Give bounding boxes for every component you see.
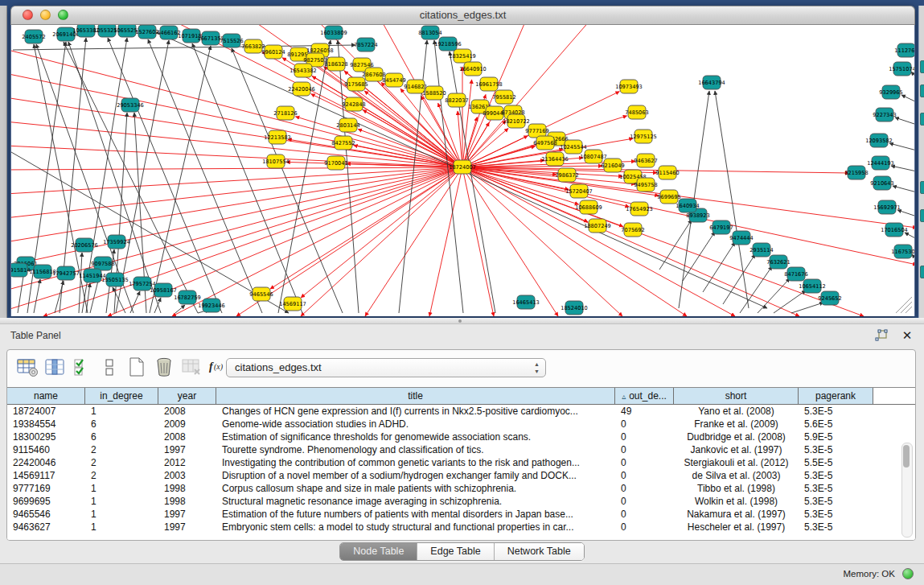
cell-year: 2003 [158, 469, 216, 482]
memory-status-icon [902, 568, 914, 579]
table-row[interactable]: 1938455462009Genome-wide association stu… [7, 418, 915, 431]
cell-name: 9699695 [7, 495, 85, 508]
cell-pagerank: 5.3E-5 [799, 495, 873, 508]
column-header-out_degree[interactable]: ▵out_de... [615, 388, 674, 404]
cell-in_degree: 2 [85, 456, 158, 469]
svg-text:17654923: 17654923 [626, 206, 653, 212]
split-divider[interactable] [0, 318, 924, 324]
table-selector-dropdown[interactable]: citations_edges.txt ▲▼ [226, 358, 546, 377]
table-row[interactable]: 1872400712008Changes of HCN gene express… [7, 405, 915, 418]
cell-pagerank: 5.3E-5 [799, 521, 873, 534]
row-height-icon [103, 357, 116, 381]
cell-in_degree: 2 [85, 443, 158, 456]
svg-text:9827503: 9827503 [303, 57, 326, 64]
network-graph-canvas[interactable]: 7663822896012489129541822605898275038186… [10, 25, 915, 316]
table-row[interactable]: 977716911998Corpus callosum shape and si… [7, 482, 915, 495]
svg-text:9170041: 9170041 [324, 160, 347, 167]
status-bar: Memory: OK [0, 563, 924, 585]
column-header-name[interactable]: name [7, 388, 85, 404]
table-panel: Table Panel ✕ f(x) citations_edges.txt ▲… [0, 318, 924, 563]
svg-text:8427552: 8427552 [331, 140, 355, 146]
tab-network-table[interactable]: Network Table [495, 543, 584, 560]
column-header-title[interactable]: title [216, 388, 615, 404]
cell-out_degree: 0 [615, 521, 674, 534]
cell-name: 22420046 [7, 456, 85, 469]
table-mode-icon [17, 357, 39, 381]
cell-year: 2008 [158, 431, 216, 443]
float-window-icon[interactable] [874, 328, 889, 343]
dropdown-stepper-icon: ▲▼ [534, 360, 540, 375]
background-panel-left [0, 6, 7, 318]
select-columns-button[interactable] [70, 357, 94, 380]
table-mode-button[interactable] [15, 357, 39, 380]
table-selector-value: citations_edges.txt [235, 361, 322, 373]
cell-year: 1997 [158, 508, 216, 521]
column-header-year[interactable]: year [158, 388, 216, 404]
cell-name: 9115460 [7, 443, 85, 456]
tab-node-table[interactable]: Node Table [340, 543, 417, 560]
table-row[interactable]: 946554611997Estimation of the future num… [7, 508, 915, 521]
scrollbar-thumb[interactable] [903, 445, 910, 468]
cell-short: de Silva et al. (2003) [674, 469, 799, 482]
table-row[interactable]: 1830029562008Estimation of significance … [7, 431, 915, 443]
vertical-scrollbar[interactable] [901, 443, 913, 538]
cell-out_degree: 0 [615, 431, 674, 443]
background-window-right [918, 6, 924, 318]
svg-text:2935114: 2935114 [749, 247, 773, 253]
table-row[interactable]: 2242004622012Investigating the contribut… [7, 456, 915, 469]
svg-text:7632621: 7632621 [766, 259, 790, 266]
column-header-pagerank[interactable]: pagerank [799, 388, 873, 404]
svg-text:22420046: 22420046 [288, 86, 315, 93]
svg-text:7485063: 7485063 [625, 109, 648, 116]
cell-out_degree: 0 [615, 443, 674, 456]
cell-year: 1998 [158, 495, 216, 508]
delete-table-icon [181, 357, 203, 381]
table-row[interactable]: 946362711997Embryonic stem cells: a mode… [7, 521, 915, 534]
svg-text:12093582: 12093582 [865, 138, 893, 144]
cell-name: 9465546 [7, 508, 85, 521]
cell-out_degree: 0 [615, 508, 674, 521]
cell-short: Hescheler et al. (1997) [674, 521, 799, 534]
cell-out_degree: 0 [615, 469, 674, 482]
show-column-button[interactable] [43, 357, 67, 380]
svg-text:10654112: 10654112 [799, 283, 826, 290]
neighbor-window-node-fragment [920, 266, 924, 278]
neighbor-window-node-fragment [920, 84, 924, 97]
svg-text:20206576: 20206576 [71, 242, 98, 249]
svg-text:9146821: 9146821 [404, 84, 427, 90]
svg-text:8186328: 8186328 [324, 61, 347, 68]
column-header-in_degree[interactable]: in_degree [85, 388, 158, 404]
cell-in_degree: 6 [85, 418, 158, 431]
create-column-button[interactable] [125, 357, 149, 380]
svg-text:(x): (x) [214, 362, 224, 372]
delete-columns-icon [154, 356, 175, 381]
cell-pagerank: 5.3E-5 [799, 469, 873, 482]
svg-text:8454749: 8454749 [382, 77, 405, 84]
svg-text:10958167: 10958167 [150, 287, 177, 294]
svg-text:7515526: 7515526 [220, 38, 243, 44]
table-row[interactable]: 911546021997Tourette syndrome. Phenomeno… [7, 443, 915, 456]
cell-pagerank: 5.3E-5 [799, 482, 873, 495]
cell-year: 2012 [158, 456, 216, 469]
cell-in_degree: 1 [85, 508, 158, 521]
delete-columns-button[interactable] [152, 357, 176, 380]
memory-status-label: Memory: OK [843, 569, 895, 579]
svg-text:8938923: 8938923 [686, 212, 709, 219]
svg-text:18325419: 18325419 [449, 53, 476, 60]
table-row[interactable]: 1456911722003Disruption of a novel membe… [7, 469, 915, 482]
svg-text:16543382: 16543382 [290, 68, 317, 74]
svg-text:10245544: 10245544 [560, 144, 587, 150]
close-icon[interactable]: ✕ [900, 328, 914, 343]
row-height-button[interactable] [97, 357, 121, 380]
table-row[interactable]: 969969511998Structural magnetic resonanc… [7, 495, 915, 508]
column-header-short[interactable]: short [674, 388, 799, 404]
cell-in_degree: 6 [85, 431, 158, 443]
delete-table-button[interactable] [179, 357, 203, 380]
network-window-titlebar[interactable]: citations_edges.txt [10, 6, 915, 25]
network-view-window: citations_edges.txt 76638228960124891295… [10, 6, 915, 315]
svg-text:9495758: 9495758 [634, 182, 657, 188]
attribute-table: f(x) citations_edges.txt ▲▼ namein_degre… [6, 349, 916, 541]
cell-pagerank: 5.3E-5 [799, 508, 873, 521]
tab-edge-table[interactable]: Edge Table [417, 543, 494, 560]
svg-text:9474444: 9474444 [729, 235, 753, 241]
